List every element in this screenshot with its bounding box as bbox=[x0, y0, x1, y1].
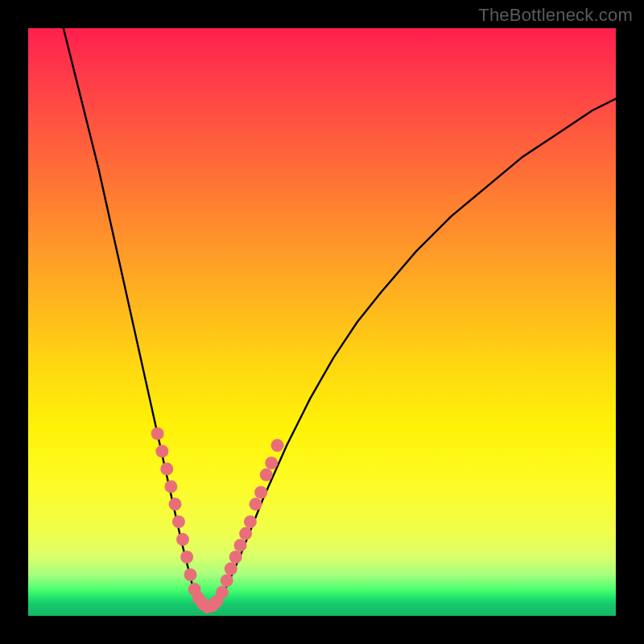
highlight-dots-right bbox=[216, 439, 284, 599]
chart-svg bbox=[28, 28, 616, 616]
highlight-dot bbox=[151, 427, 164, 440]
highlight-dot bbox=[254, 486, 267, 499]
highlight-dot bbox=[229, 551, 242, 564]
highlight-dot bbox=[221, 574, 233, 587]
highlight-dot bbox=[239, 527, 252, 540]
highlight-dot bbox=[234, 539, 247, 551]
highlight-dot bbox=[155, 445, 168, 458]
highlight-dot bbox=[250, 497, 262, 510]
highlight-dot bbox=[176, 533, 189, 546]
highlight-dot bbox=[210, 595, 223, 608]
highlight-dot bbox=[160, 463, 173, 476]
highlight-dots-left bbox=[151, 427, 197, 581]
highlight-dot bbox=[265, 456, 278, 469]
highlight-dot bbox=[260, 469, 273, 481]
watermark-text: TheBottleneck.com bbox=[478, 5, 633, 26]
highlight-dot bbox=[184, 568, 197, 581]
highlight-dot bbox=[180, 551, 193, 564]
bottleneck-curve bbox=[64, 28, 616, 610]
highlight-dot bbox=[271, 439, 284, 452]
highlight-dot bbox=[169, 497, 182, 510]
highlight-dot bbox=[244, 515, 257, 528]
plot-area bbox=[28, 28, 616, 616]
chart-frame: TheBottleneck.com bbox=[0, 0, 644, 644]
highlight-dot bbox=[164, 480, 177, 493]
highlight-dot bbox=[172, 515, 185, 528]
highlight-dot bbox=[225, 563, 237, 576]
